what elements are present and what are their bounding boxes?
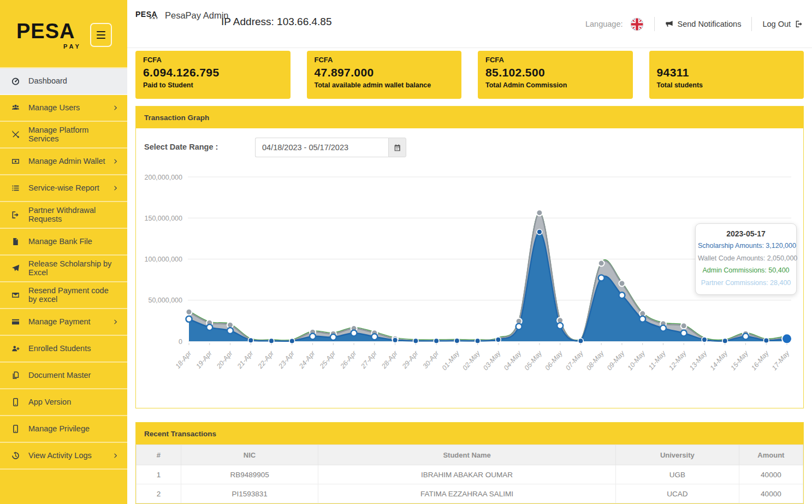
sidebar-item-label: View Activity Logs	[28, 452, 112, 460]
sidebar-item-manage-bank-file[interactable]: Manage Bank File	[0, 229, 127, 256]
sidebar-item-label: Enrolled Students	[28, 345, 118, 353]
sidebar-item-document-master[interactable]: Document Master	[0, 363, 127, 389]
main-content: PESA PAY PesaPay Admin IP Address: 103.6…	[127, 0, 812, 504]
stat-card-label: Total available admin wallet balance	[315, 81, 454, 89]
send-notifications-button[interactable]: Send Notifications	[665, 20, 742, 28]
sidebar-item-label: Manage Platform Services	[28, 126, 118, 144]
sidebar-item-label: Resend Payment code by excel	[28, 287, 118, 304]
table-row: 1RB9489905IBRAHIM ABAKAR OUMARUGB40000	[137, 465, 803, 484]
sidebar-item-label: Manage Payment	[28, 318, 112, 327]
chevron-right-icon	[112, 453, 118, 459]
users-icon	[11, 103, 22, 112]
copy-icon	[11, 371, 22, 380]
column-header-amount: Amount	[739, 445, 803, 465]
calendar-button[interactable]	[388, 138, 406, 157]
calendar-icon	[393, 144, 401, 152]
mobile-icon	[11, 424, 22, 434]
sidebar-item-dashboard[interactable]: Dashboard	[0, 68, 127, 95]
chevron-right-icon	[112, 319, 118, 325]
sidebar-item-partner-withdrawal-requests[interactable]: Partner Withdrawal Requests	[0, 202, 127, 229]
svg-text:04-May: 04-May	[502, 349, 523, 372]
language-label: Language:	[585, 20, 623, 28]
table-header-row: #NICStudent NameUniversityAmount	[137, 445, 803, 465]
recent-transactions-panel: Recent Transactions #NICStudent NameUniv…	[135, 422, 804, 504]
paper-plane-icon	[11, 264, 22, 273]
svg-text:12-May: 12-May	[667, 349, 688, 372]
svg-text:27-Apr: 27-Apr	[359, 349, 379, 370]
divider	[751, 17, 752, 31]
svg-text:28-Apr: 28-Apr	[380, 349, 399, 370]
stat-card-paid-to-student: FCFA6.094.126.795Paid to Student	[135, 51, 291, 99]
sidebar-item-manage-payment[interactable]: Manage Payment	[0, 309, 127, 336]
svg-text:21-Apr: 21-Apr	[235, 349, 255, 370]
sidebar-item-manage-platform-services[interactable]: Manage Platform Services	[0, 122, 127, 149]
svg-text:20-Apr: 20-Apr	[215, 349, 234, 370]
svg-text:50,000,000: 50,000,000	[148, 297, 182, 304]
sidebar-item-label: Document Master	[28, 371, 118, 380]
logout-icon	[795, 20, 803, 28]
uk-flag-icon[interactable]	[630, 17, 644, 31]
svg-text:150,000,000: 150,000,000	[144, 215, 182, 222]
sidebar-item-resend-payment-code-by-excel[interactable]: Resend Payment code by excel	[0, 282, 127, 309]
chevron-right-icon	[112, 185, 118, 191]
svg-text:17-May: 17-May	[770, 349, 791, 372]
brand-logo: PESA	[16, 20, 75, 43]
list-icon	[11, 183, 22, 193]
svg-text:30-Apr: 30-Apr	[422, 349, 441, 370]
svg-text:16-May: 16-May	[750, 349, 770, 372]
stat-card-value: 47.897.000	[315, 66, 454, 79]
svg-text:25-Apr: 25-Apr	[318, 349, 337, 370]
table-cell: PI1593831	[181, 484, 318, 503]
table-cell: FATIMA EZZAHRAA SALIMI	[318, 484, 616, 503]
panel-title: Transaction Graph	[136, 106, 803, 128]
topbar-actions: Language:	[585, 0, 803, 48]
stat-card-label: Total Admin Commission	[485, 81, 625, 89]
sidebar-toggle-button[interactable]	[90, 23, 112, 47]
sidebar-item-label: App Version	[28, 398, 118, 407]
megaphone-icon	[665, 20, 674, 28]
topbar: PESA PAY PesaPay Admin IP Address: 103.6…	[127, 0, 812, 48]
svg-text:100,000,000: 100,000,000	[144, 256, 182, 263]
sidebar-item-service-wise-report[interactable]: Service-wise Report	[0, 175, 127, 202]
file-icon	[11, 237, 22, 246]
chevron-right-icon	[112, 105, 118, 111]
table-cell: 40000	[739, 465, 803, 484]
svg-text:18-Apr: 18-Apr	[174, 349, 193, 370]
sidebar: PESA PAY DashboardManage UsersManage Pla…	[0, 0, 127, 504]
withdraw-icon	[11, 210, 22, 220]
svg-text:22-Apr: 22-Apr	[256, 349, 276, 370]
svg-text:0: 0	[179, 338, 182, 346]
sidebar-item-app-version[interactable]: App Version	[0, 389, 127, 416]
sidebar-item-manage-users[interactable]: Manage Users	[0, 95, 127, 122]
sidebar-item-manage-admin-wallet[interactable]: Manage Admin Wallet	[0, 149, 127, 175]
sidebar-item-label: Manage Users	[28, 104, 112, 112]
sidebar-item-label: Dashboard	[28, 77, 118, 86]
sidebar-item-manage-privilege[interactable]: Manage Privilege	[0, 416, 127, 443]
sidebar-item-enrolled-students[interactable]: Enrolled Students	[0, 336, 127, 363]
svg-text:01-May: 01-May	[441, 349, 461, 372]
logout-button[interactable]: Log Out	[762, 20, 803, 28]
stat-card-value: 6.094.126.795	[143, 66, 283, 79]
table-cell: RB9489905	[181, 465, 318, 484]
sidebar-item-label: Partner Withdrawal Requests	[28, 206, 118, 224]
recent-transactions-table: #NICStudent NameUniversityAmount 1RB9489…	[136, 444, 803, 503]
table-cell: IBRAHIM ABAKAR OUMAR	[318, 465, 616, 484]
svg-text:15-May: 15-May	[729, 349, 750, 372]
table-row: 2PI1593831FATIMA EZZAHRAA SALIMIUCAD4000…	[137, 484, 803, 503]
user-plus-icon	[11, 344, 22, 353]
tools-icon	[11, 130, 22, 139]
sidebar-item-view-activity-logs[interactable]: View Activity Logs	[0, 443, 127, 470]
table-cell: 2	[137, 484, 181, 503]
stat-card-value: 85.102.500	[485, 66, 625, 79]
svg-text:14-May: 14-May	[709, 349, 730, 372]
sidebar-item-label: Release Scholarship by Excel	[28, 260, 118, 277]
svg-text:08-May: 08-May	[585, 349, 606, 372]
chart-tooltip-rows: Scholarship Amounts: 3,120,000Wallet Cod…	[698, 240, 794, 289]
sidebar-item-release-scholarship-by-excel[interactable]: Release Scholarship by Excel	[0, 256, 127, 282]
mobile-icon	[11, 398, 22, 407]
stat-card-currency: FCFA	[485, 56, 625, 65]
svg-text:200,000,000: 200,000,000	[144, 174, 182, 181]
stat-card-currency: FCFA	[315, 56, 454, 65]
envelope-icon	[11, 290, 22, 300]
date-range-input[interactable]	[255, 138, 388, 157]
